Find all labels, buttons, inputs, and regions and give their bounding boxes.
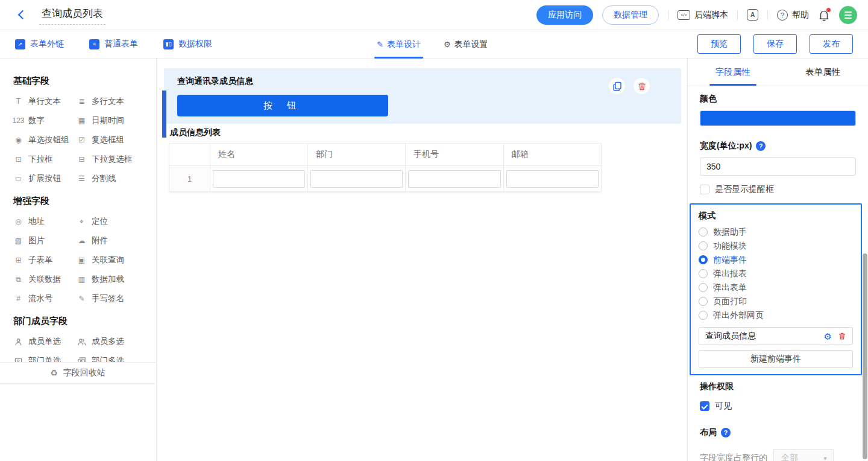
field-library-item[interactable]: ▭ 扩展按钮 [13,169,77,188]
toolbar-link[interactable]: ▮▯ 数据权限 [163,39,212,49]
design-tab[interactable]: ⚙ 表单设置 [444,30,488,59]
field-library-item[interactable]: 成员多选 [77,332,140,351]
back-icon[interactable] [18,10,28,20]
subform-header-row: 姓名部门手机号邮箱 [169,144,602,166]
color-swatch[interactable] [700,110,856,126]
property-panel-body: 颜色 宽度(单位:px) ? 是否显示提醒框 模式 数据助手 [688,86,868,461]
layout-help-icon[interactable]: ? [721,428,731,437]
visible-checkbox[interactable] [700,401,709,411]
field-library-item[interactable]: 123 数字 [13,111,77,130]
name-cell-input[interactable] [213,170,305,188]
mode-option-label: 弹出外部网页 [713,310,764,321]
property-tab[interactable]: 表单属性 [778,59,868,86]
mode-radio-option[interactable]: 功能模块 [699,239,853,253]
color-label: 颜色 [700,94,856,104]
mode-option-label: 弹出报表 [713,269,747,279]
backend-script-label: 后端脚本 [694,10,728,21]
field-item-label: 复选框组 [92,135,124,145]
action-button[interactable]: 发布 [810,34,853,54]
field-library-item[interactable]: ▥ 数据加载 [77,270,140,289]
field-library-item[interactable]: ≣ 多行文本 [77,92,140,111]
new-frontend-event-button[interactable]: 新建前端事件 [699,350,853,368]
department-cell-input[interactable] [310,170,403,188]
field-library-item[interactable]: ⊞ 子表单 [13,250,77,270]
field-library-item[interactable]: ▧ 图片 [13,231,77,250]
form-button[interactable]: 按 钮 [177,95,388,116]
field-recycle-bin[interactable]: ♻ 字段回收站 [0,362,156,384]
reminder-checkbox[interactable] [700,185,709,194]
mode-radio-option[interactable]: 弹出表单 [699,281,853,294]
radio-icon [699,227,708,237]
notification-bell-icon[interactable] [818,9,830,21]
phone-cell-input[interactable] [408,170,501,188]
delete-field-icon[interactable] [634,78,650,94]
design-tab[interactable]: ✎ 表单设计 [377,30,421,59]
width-input[interactable] [700,157,856,176]
width-label: 宽度(单位:px) ? [700,141,856,151]
field-library-item[interactable]: ⌖ 定位 [77,212,140,231]
radio-icon [699,283,708,292]
toolbar-link[interactable]: ≡ 普通表单 [89,39,138,49]
field-library-item[interactable]: ⧉ 关联数据 [13,270,77,289]
selected-button-field[interactable]: 查询通讯录成员信息 按 钮 [164,68,681,124]
mode-option-label: 功能模块 [713,241,747,252]
field-library-item[interactable]: # 流水号 [13,289,77,308]
mode-option-label: 页面打印 [713,296,747,307]
field-library-item[interactable]: ⊡ 下拉框 [13,150,77,169]
field-library-item[interactable]: ◎ 地址 [13,212,77,231]
avatar[interactable] [839,6,857,24]
field-library-item[interactable]: ☑ 复选框组 [77,130,140,150]
enhanced-field-grid: ◎ 地址 ⌖ 定位 ▧ 图片 ☁ 附件 ⊞ 子表单 [13,212,156,308]
mode-radio-option[interactable]: 数据助手 [699,225,853,239]
field-library-item[interactable]: ☁ 附件 [77,231,140,250]
field-item-label: 下拉框 [28,154,53,165]
width-help-icon[interactable]: ? [756,141,766,151]
section-title-enhanced: 增强字段 [13,196,156,207]
mode-radio-option[interactable]: 弹出报表 [699,267,853,281]
frontend-event-item[interactable]: 查询成员信息 ⚙ [699,327,853,345]
data-manage-button[interactable]: 数据管理 [602,5,659,25]
toolbar-link[interactable]: ↗ 表单外链 [15,39,64,49]
copy-field-icon[interactable] [609,78,625,94]
permission-title: 操作权限 [700,381,856,392]
field-library-item[interactable]: ☰ 分割线 [77,169,140,188]
field-item-label: 成员单选 [28,336,61,347]
field-library-item[interactable]: ⊟ 下拉复选框 [77,150,140,169]
radio-icon [699,269,708,278]
field-library-item[interactable]: T 单行文本 [13,92,77,111]
gear-icon[interactable]: ⚙ [824,332,832,341]
field-library-item[interactable]: ✎ 手写签名 [77,289,140,308]
backend-script-button[interactable]: </> 后端脚本 [678,10,728,21]
member-single-icon [13,337,24,346]
app-access-button[interactable]: 应用访问 [536,5,593,25]
action-button[interactable]: 预览 [697,34,741,54]
action-button[interactable]: 保存 [753,34,797,54]
radio-icon [699,297,708,306]
field-library-item[interactable]: 成员单选 [13,332,77,351]
mode-radio-option[interactable]: 前端事件 [699,253,853,267]
mode-radio-option[interactable]: 页面打印 [699,294,853,308]
mode-option-label: 前端事件 [713,255,747,265]
address-icon: ◎ [13,217,24,226]
field-item-label: 成员多选 [92,336,124,347]
mode-radio-option[interactable]: 弹出外部网页 [699,308,853,322]
divider [737,10,738,20]
panel-scrollbar[interactable] [863,253,867,459]
reminder-checkbox-row[interactable]: 是否显示提醒框 [700,184,856,195]
help-button[interactable]: ? 帮助 [777,10,809,21]
attachment-icon: ☁ [77,237,87,245]
language-icon[interactable]: A [747,9,758,21]
field-library-item[interactable]: ▦ 日期时间 [77,111,140,130]
field-library-item[interactable]: ◉ 单选按钮组 [13,130,77,150]
field-library-item[interactable]: ▣ 关联查询 [77,250,140,270]
reminder-label: 是否显示提醒框 [715,184,774,195]
page-title[interactable]: 查询成员列表 [39,5,105,25]
email-cell-input[interactable] [506,170,599,188]
property-tab[interactable]: 字段属性 [688,59,778,86]
width-ratio-select[interactable]: 全部 ▾ [773,449,834,461]
divider [668,10,668,20]
form-settings-icon: ⚙ [444,40,451,49]
visible-checkbox-row[interactable]: 可见 [700,401,856,412]
dropdown-icon: ⊡ [13,155,24,164]
delete-event-icon[interactable] [838,332,846,340]
